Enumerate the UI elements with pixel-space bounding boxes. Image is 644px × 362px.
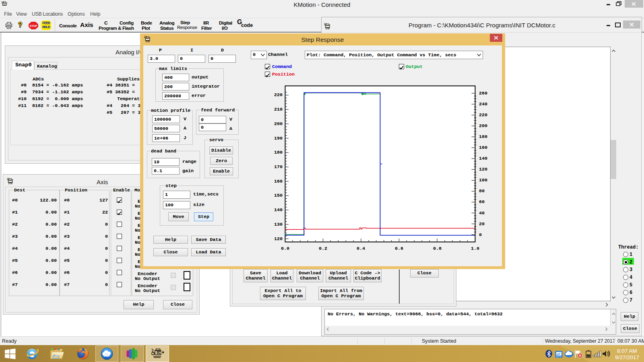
svg-text:DM: DM <box>325 27 330 30</box>
svg-text:STOP: STOP <box>30 25 37 27</box>
svg-text:DM: DM <box>8 182 13 185</box>
svg-text:DM: DM <box>157 351 161 354</box>
